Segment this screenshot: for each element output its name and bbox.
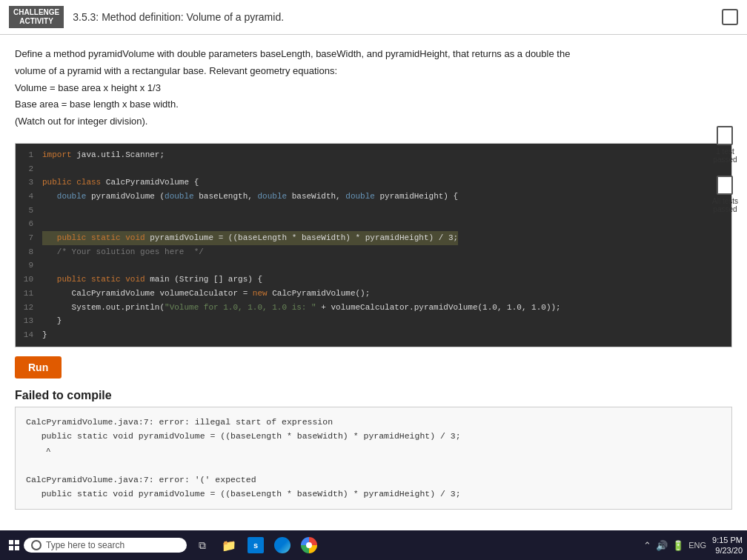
store-icon[interactable]: s [246,536,265,555]
chrome-icon[interactable] [299,536,319,555]
edge-icon[interactable] [273,536,292,555]
error-line-3: CalcPyramidVolume.java:7: error: '(' exp… [26,473,721,487]
code-line-6: 6 [21,217,726,231]
test-label-1b: passed [713,156,737,164]
search-icon [31,540,42,550]
corner-icon [722,9,738,25]
test-icon-1 [717,126,733,145]
volume-icon: 🔊 [656,540,668,551]
challenge-header: CHALLENGE ACTIVITY 3.5.3: Method definit… [0,0,747,35]
task-view-icon[interactable]: ⧉ [193,536,212,555]
desc-line2: volume of a pyramid with a rectangular b… [15,64,732,79]
code-line-5: 5 [21,204,726,218]
code-line-13: 13 } [21,314,726,328]
challenge-title: 3.5.3: Method definition: Volume of a py… [73,11,284,23]
code-line-11: 11 CalcPyramidVolume volumeCalculator = … [21,287,726,301]
taskbar: Type here to search ⧉ 📁 s ⌃ 🔊 🔋 ENG 9:15… [0,530,747,560]
test-badge-1: 1 test passed [713,126,737,164]
test-badge-2: All tests passed [712,176,738,213]
description-area: Define a method pyramidVolume with doubl… [0,35,747,139]
desc-line1: Define a method pyramidVolume with doubl… [15,47,732,62]
lang-label: ENG [688,541,706,550]
battery-icon: 🔋 [672,540,684,551]
taskbar-search[interactable]: Type here to search [24,538,187,553]
taskbar-search-text: Type here to search [46,540,124,550]
code-line-7: 7 public static void pyramidVolume = ((b… [21,231,726,245]
code-area[interactable]: 1 import java.util.Scanner; 2 3 public c… [16,144,731,347]
network-icon: ⌃ [643,540,651,551]
desc-line4: Base area = base length x base width. [15,97,732,113]
file-explorer-icon[interactable]: 📁 [219,536,239,555]
test-label-1: 1 test [716,147,734,156]
code-line-10: 10 public static void main (String [] ar… [21,273,726,287]
error-line-1: CalcPyramidVolume.java:7: error: illegal… [26,415,721,430]
code-line-3: 3 public class CalcPyramidVolume { [21,176,726,190]
code-line-9: 9 [21,259,726,273]
code-line-8: 8 /* Your solution goes here */ [21,245,726,259]
error-spacer [26,458,721,473]
challenge-label: CHALLENGE ACTIVITY [9,6,64,28]
error-caret-1: ^ [26,444,721,459]
test-icon-2 [717,176,733,195]
time-display: 9:15 PM 9/23/20 [712,535,743,556]
test-label-2b: passed [713,205,737,213]
code-line-2: 2 [21,162,726,176]
failed-label: Failed to compile [15,389,732,402]
code-line-12: 12 System.out.println("Volume for 1.0, 1… [21,301,726,315]
error-line-4: public static void pyramidVolume = ((bas… [26,487,721,501]
code-line-4: 4 double pyramidVolume (double baseLengt… [21,190,726,204]
run-button[interactable]: Run [15,356,62,379]
code-line-1: 1 import java.util.Scanner; [21,148,726,162]
desc-line3: Volume = base area x height x 1/3 [15,81,732,96]
system-icons: ⌃ 🔊 🔋 ENG [643,540,706,551]
date-text: 9/23/20 [712,545,743,556]
taskbar-icons: ⧉ 📁 s [193,536,319,555]
time-text: 9:15 PM [712,535,743,545]
test-label-2: All tests [712,197,738,205]
error-line-2: public static void pyramidVolume = ((bas… [26,429,721,444]
side-panel: 1 test passed All tests passed [712,126,738,213]
taskbar-right: ⌃ 🔊 🔋 ENG 9:15 PM 9/23/20 [643,535,743,556]
desc-line5: (Watch out for integer division). [15,114,732,130]
error-box: CalcPyramidVolume.java:7: error: illegal… [15,407,732,510]
main-content: CHALLENGE ACTIVITY 3.5.3: Method definit… [0,0,747,530]
code-line-14: 14 } [21,328,726,342]
windows-start-button[interactable] [4,536,24,555]
code-editor[interactable]: 1 import java.util.Scanner; 2 3 public c… [15,143,732,347]
